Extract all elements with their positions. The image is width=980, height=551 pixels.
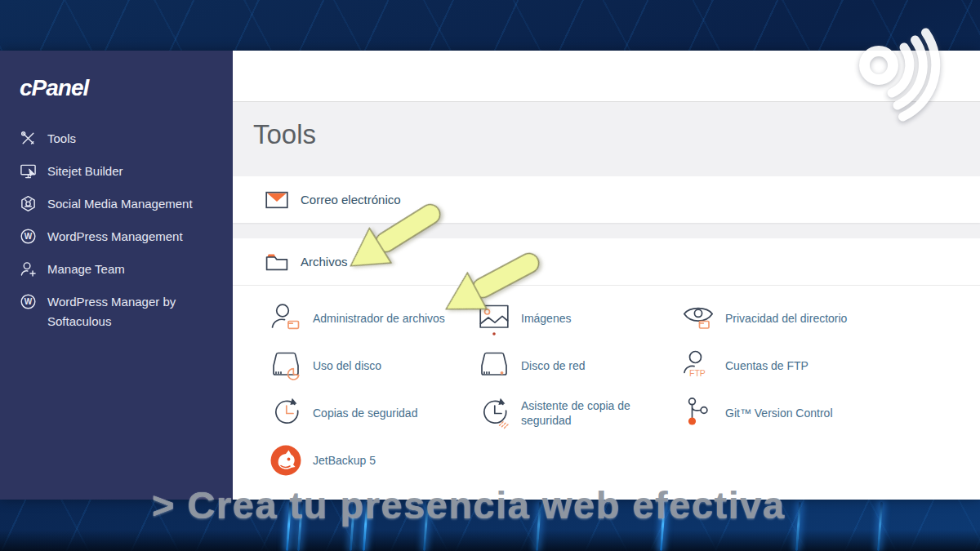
tool-item-label: Uso del disco bbox=[313, 358, 381, 373]
network-disk-icon bbox=[478, 349, 510, 383]
svg-text:W: W bbox=[24, 297, 33, 306]
sidebar-item-label: Sitejet Builder bbox=[47, 162, 123, 181]
video-frame: cPanel ToolsSitejet BuilderSocial Media … bbox=[0, 0, 980, 551]
backup-icon bbox=[270, 396, 302, 430]
tool-item-asistente-de-copia-de-seguridad[interactable]: Asistente de copia de seguridad bbox=[478, 389, 682, 437]
sidebar-item-tools[interactable]: Tools bbox=[20, 129, 233, 149]
file-manager-icon bbox=[270, 301, 302, 335]
tool-item-copias-de-seguridad[interactable]: Copias de seguridad bbox=[270, 389, 478, 437]
sidebar-item-wordpress-management[interactable]: WWordPress Management bbox=[20, 227, 233, 247]
tool-item-label: Imágenes bbox=[521, 311, 571, 326]
sidebar-item-sitejet-builder[interactable]: Sitejet Builder bbox=[20, 162, 233, 181]
git-icon bbox=[682, 396, 715, 430]
tool-item-label: Disco de red bbox=[521, 358, 586, 373]
tool-item-privacidad-del-directorio[interactable]: Privacidad del directorio bbox=[682, 295, 980, 342]
sidebar: cPanel ToolsSitejet BuilderSocial Media … bbox=[0, 51, 233, 500]
background-bottom-shade bbox=[0, 530, 980, 551]
wordpress-icon: W bbox=[20, 228, 37, 245]
jetbackup-icon bbox=[270, 443, 302, 478]
sidebar-item-label: Social Media Management bbox=[47, 194, 193, 214]
email-icon bbox=[265, 191, 288, 209]
section-label-email: Correo electrónico bbox=[301, 193, 401, 207]
svg-text:FTP: FTP bbox=[689, 368, 706, 378]
tool-item-git-version-control[interactable]: Git™ Version Control bbox=[682, 389, 980, 437]
tool-item-label: Privacidad del directorio bbox=[725, 311, 847, 326]
sidebar-item-label: Tools bbox=[47, 129, 76, 149]
tool-item-label: Cuentas de FTP bbox=[725, 358, 808, 373]
tools-grid: Administrador de archivosImágenesPrivaci… bbox=[233, 286, 980, 484]
section-panel-archivos: Archivos Administrador de archivosImágen… bbox=[233, 238, 980, 500]
ftp-accounts-icon: FTP bbox=[682, 349, 715, 383]
sidebar-item-label: WordPress Manager by Softaculous bbox=[47, 292, 194, 331]
wordpress-icon: W bbox=[20, 293, 37, 310]
sidebar-nav: ToolsSitejet BuilderSocial Media Managem… bbox=[20, 129, 233, 331]
sidebar-item-manage-team[interactable]: Manage Team bbox=[20, 260, 233, 279]
social-media-icon bbox=[20, 195, 37, 212]
cpanel-logo: cPanel bbox=[20, 75, 233, 101]
tool-item-label: Git™ Version Control bbox=[725, 406, 833, 420]
tool-item-uso-del-disco[interactable]: Uso del disco bbox=[270, 342, 478, 389]
tool-item-disco-de-red[interactable]: Disco de red bbox=[478, 342, 682, 389]
sidebar-item-wordpress-manager-by-softaculous[interactable]: WWordPress Manager by Softaculous bbox=[20, 292, 233, 331]
tool-item-cuentas-de-ftp[interactable]: FTPCuentas de FTP bbox=[682, 342, 980, 389]
tool-item-jetbackup-5[interactable]: JetBackup 5 bbox=[270, 437, 478, 484]
sidebar-item-label: Manage Team bbox=[47, 260, 125, 279]
sitejet-builder-icon bbox=[20, 162, 37, 180]
svg-text:W: W bbox=[24, 232, 33, 241]
folder-icon bbox=[265, 253, 288, 271]
manage-team-icon bbox=[20, 260, 37, 278]
audio-waves-icon bbox=[851, 23, 947, 126]
disk-usage-icon bbox=[270, 349, 302, 383]
backup-wizard-icon bbox=[478, 396, 510, 430]
section-header-email[interactable]: Correo electrónico bbox=[233, 176, 980, 223]
tool-item-label: Copias de seguridad bbox=[313, 406, 417, 420]
tools-icon bbox=[20, 130, 37, 147]
tool-item-label: JetBackup 5 bbox=[313, 453, 376, 468]
directory-privacy-icon bbox=[682, 301, 715, 335]
tool-item-label: Administrador de archivos bbox=[313, 311, 445, 326]
watermark-caption: > Crea tu presencia web efectiva bbox=[152, 482, 786, 527]
sidebar-item-social-media-management[interactable]: Social Media Management bbox=[20, 194, 233, 214]
sidebar-item-label: WordPress Management bbox=[47, 227, 183, 247]
content: Tools Correo electrónico Archivos Admini… bbox=[233, 102, 980, 500]
section-panel-email: Correo electrónico bbox=[233, 176, 980, 223]
tool-item-label: Asistente de copia de seguridad bbox=[521, 398, 675, 428]
